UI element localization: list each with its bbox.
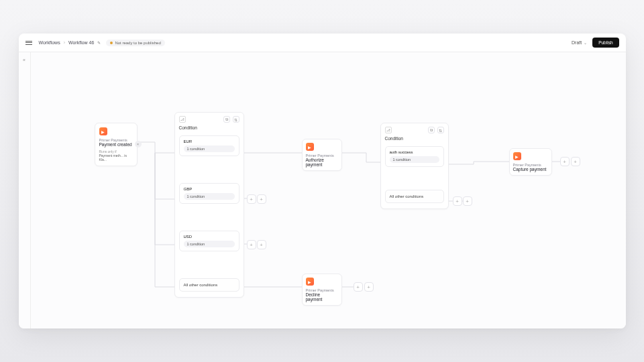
condition-a-title: Condition [175, 125, 244, 133]
add-step-button[interactable]: + [463, 196, 472, 206]
app-frame: Workflows › Workflow 46 ✎ Not ready to b… [19, 34, 626, 328]
add-step-button[interactable]: + [257, 194, 266, 204]
breadcrumb-separator: › [64, 40, 65, 45]
breadcrumb: Workflows › Workflow 46 ✎ [39, 40, 101, 45]
add-step-button[interactable]: + [560, 157, 570, 166]
branch-usd[interactable]: USD 1 condition [179, 231, 239, 251]
branch-label: EUR [184, 139, 235, 143]
add-step-button[interactable]: + [247, 240, 256, 249]
version-select[interactable]: Draft ⌄ [572, 40, 587, 45]
branch-meta: 1 condition [390, 156, 439, 163]
add-step-button[interactable]: + [354, 282, 363, 292]
capture-node[interactable]: ▶ Primer Payments Capture payment [509, 148, 552, 176]
branch-meta: 1 condition [184, 193, 235, 200]
breadcrumb-current[interactable]: Workflow 46 [68, 40, 94, 45]
branch-icon: ⎇ [179, 116, 186, 123]
chevron-down-icon: ⌄ [584, 40, 587, 45]
authorize-node[interactable]: ▶ Primer Payments Authorize payment [302, 139, 342, 171]
add-step-button[interactable]: + [247, 194, 256, 204]
branch-meta: 1 condition [184, 241, 235, 247]
menu-toggle[interactable] [25, 41, 34, 45]
workflow-canvas[interactable]: ▶ Primer Payments Payment created Runs o… [31, 52, 626, 328]
add-step-button[interactable]: + [364, 282, 374, 292]
condition-b-title: Condition [381, 136, 448, 143]
primer-icon: ▶ [306, 143, 314, 151]
side-rail: « [19, 52, 31, 328]
copy-icon[interactable]: ⧉ [223, 116, 230, 123]
branch-label: GBP [184, 187, 235, 191]
add-step-button[interactable]: + [257, 240, 266, 249]
condition-node-a[interactable]: ⎇ ⧉ ⇅ Condition EUR 1 condition GBP 1 co… [174, 112, 244, 298]
edit-name-icon[interactable]: ✎ [97, 40, 101, 45]
trigger-title: Payment created [99, 142, 133, 147]
branch-label: USD [184, 235, 235, 239]
collapse-rail-icon[interactable]: « [23, 58, 25, 328]
branch-else-a[interactable]: All other conditions [179, 278, 239, 292]
workspace: « ▶ Primer Payments [19, 52, 626, 328]
settings-icon[interactable]: ⇅ [233, 116, 239, 123]
branch-else-b[interactable]: All other conditions [385, 190, 444, 203]
primer-icon: ▶ [306, 278, 314, 286]
primer-icon: ▶ [99, 127, 107, 135]
branch-label: auth success [390, 150, 439, 154]
trigger-node[interactable]: ▶ Primer Payments Payment created Runs o… [95, 123, 138, 166]
branch-auth-success[interactable]: auth success 1 condition [385, 146, 444, 167]
primer-icon: ▶ [513, 152, 521, 160]
publish-status-text: Not ready to be published [115, 41, 160, 45]
settings-icon[interactable]: ⇅ [437, 127, 444, 133]
branch-eur[interactable]: EUR 1 condition [179, 135, 239, 156]
condition-node-b[interactable]: ⎇ ⧉ ⇅ Condition auth success 1 condition… [380, 123, 449, 209]
warning-dot-icon [110, 42, 113, 44]
copy-icon[interactable]: ⧉ [428, 127, 435, 133]
trigger-meta-value: Payment meth... is Kla... [99, 154, 133, 162]
close-icon[interactable]: × [135, 141, 142, 147]
branch-gbp[interactable]: GBP 1 condition [179, 183, 239, 204]
add-step-button[interactable]: + [453, 196, 462, 206]
branch-meta: 1 condition [184, 145, 235, 152]
breadcrumb-root[interactable]: Workflows [39, 40, 60, 45]
branch-icon: ⎇ [385, 127, 392, 133]
decline-node[interactable]: ▶ Primer Payments Decline payment [302, 274, 342, 306]
node-title: Authorize payment [306, 158, 338, 167]
node-title: Decline payment [306, 292, 338, 302]
node-title: Capture payment [513, 167, 548, 172]
topbar: Workflows › Workflow 46 ✎ Not ready to b… [19, 34, 626, 52]
publish-button[interactable]: Publish [592, 38, 619, 48]
version-label: Draft [572, 40, 582, 45]
add-step-button[interactable]: + [571, 157, 580, 166]
publish-status-pill: Not ready to be published [106, 40, 164, 46]
